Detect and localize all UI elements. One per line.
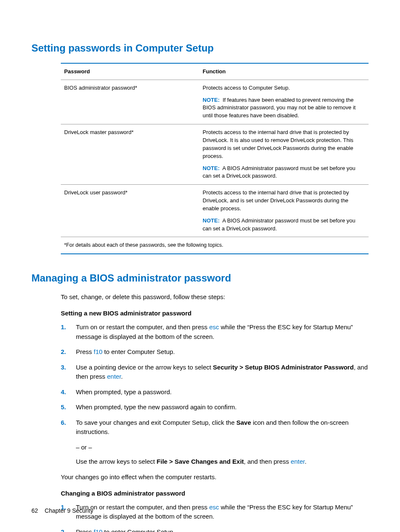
password-table: Password Function BIOS administrator pas… [61,63,369,254]
page-number: 62 [31,507,38,514]
key-f10: f10 [94,348,103,355]
table-row: DriveLock user password* Protects access… [61,185,369,237]
subheading-setting-new: Setting a new BIOS administrator passwor… [61,309,369,318]
step-item: When prompted, type a password. [61,387,369,397]
password-function: Protects access to the internal hard dri… [199,185,369,237]
step-item: Press f10 to enter Computer Setup. [61,527,369,532]
subheading-changing: Changing a BIOS administrator password [61,489,369,498]
table-header-function: Function [199,63,369,80]
table-row: BIOS administrator password* Protects ac… [61,80,369,124]
password-function: Protects access to the internal hard dri… [199,124,369,185]
table-footnote: *For details about each of these passwor… [61,237,369,254]
steps-list-setting: Turn on or restart the computer, and the… [61,323,369,467]
table-row: DriveLock master password* Protects acce… [61,124,369,185]
key-esc: esc [209,504,219,511]
key-enter: enter [107,373,121,380]
note-label: NOTE: [203,165,219,171]
password-name: BIOS administrator password* [61,80,199,124]
step-item: When prompted, type the new password aga… [61,403,369,412]
step-item: Turn on or restart the computer, and the… [61,323,369,341]
page-footer: 62Chapter 9 Security [31,507,94,515]
key-esc: esc [209,323,219,331]
step-item: Turn on or restart the computer, and the… [61,503,369,522]
key-enter: enter [291,458,304,465]
step-item: Press f10 to enter Computer Setup. [61,347,369,357]
chapter-label: Chapter 9 Security [45,507,94,514]
heading-setting-passwords: Setting passwords in Computer Setup [31,41,369,55]
steps-list-changing: Turn on or restart the computer, and the… [61,503,369,532]
password-name: DriveLock user password* [61,185,199,237]
note-label: NOTE: [203,217,219,224]
step-item: Use a pointing device or the arrow keys … [61,363,369,382]
heading-managing-bios: Managing a BIOS administrator password [31,271,369,285]
password-name: DriveLock master password* [61,124,199,185]
step-item: To save your changes and exit Computer S… [61,418,369,467]
table-footnote-row: *For details about each of these passwor… [61,237,369,254]
table-header-password: Password [61,63,199,80]
or-divider: – or – [76,443,369,452]
intro-text: To set, change, or delete this password,… [61,292,369,301]
effect-text: Your changes go into effect when the com… [61,473,369,481]
note-label: NOTE: [203,97,219,103]
key-f10: f10 [94,528,103,532]
password-function: Protects access to Computer Setup. NOTE:… [199,80,369,124]
